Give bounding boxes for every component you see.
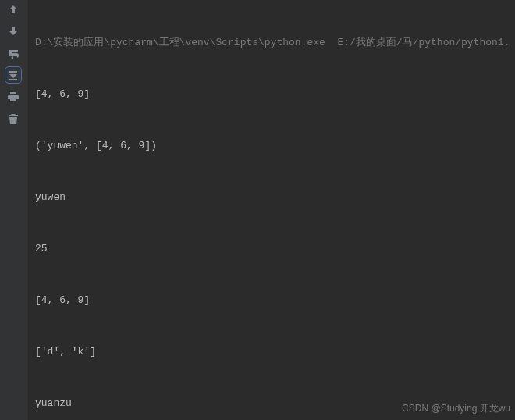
console-line: [4, 6, 9]	[35, 86, 507, 103]
console-line: ['d', 'k']	[35, 343, 507, 361]
console-line: [4, 6, 9]	[35, 292, 507, 309]
soft-wrap-icon[interactable]	[7, 47, 20, 59]
run-tool-window: D:\安装的应用\pycharm\工程\venv\Scripts\python.…	[0, 0, 515, 420]
console-line: yuwen	[35, 189, 507, 206]
print-icon[interactable]	[7, 91, 20, 103]
console-line: D:\安装的应用\pycharm\工程\venv\Scripts\python.…	[35, 34, 507, 52]
scroll-to-end-icon[interactable]	[7, 69, 20, 81]
console-output[interactable]: D:\安装的应用\pycharm\工程\venv\Scripts\python.…	[27, 0, 515, 420]
console-line: 25	[35, 240, 507, 258]
console-line: ('yuwen', [4, 6, 9])	[35, 137, 507, 155]
trash-icon[interactable]	[7, 112, 20, 125]
console-gutter	[0, 0, 27, 420]
arrow-down-icon[interactable]	[7, 25, 20, 37]
console-line: yuanzu	[35, 395, 507, 412]
arrow-up-icon[interactable]	[7, 3, 20, 16]
